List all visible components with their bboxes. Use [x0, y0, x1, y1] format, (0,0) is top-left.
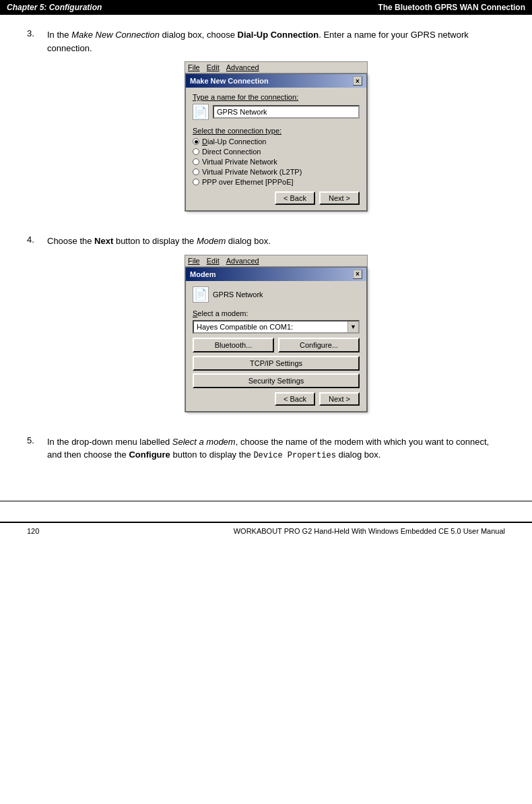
dialog-title: Make New Connection [190, 77, 269, 85]
security-settings-row: Security Settings [193, 373, 360, 388]
step-3: 3. In the Make New Connection dialog box… [27, 28, 505, 222]
step-3-dialog-name: Make New Connection [71, 30, 160, 40]
radio-pppoe-circle [193, 179, 199, 185]
chapter-title: Chapter 5: Configuration [7, 3, 102, 12]
connection-name-input[interactable] [213, 105, 360, 119]
modem-dialog: Modem × 📄 GPRS Network Select a modem: [185, 267, 367, 412]
step3-btn-row: < Back Next > [193, 191, 360, 205]
radio-vpnl2tp-circle [193, 168, 199, 175]
step-3-dialog-container: File Edit Advanced Make New Connection × [47, 61, 505, 212]
step-5-select-modem: Select a modem [172, 437, 236, 447]
step-4-dialog-container: File Edit Advanced Modem × [47, 255, 505, 412]
step4-btn-row: < Back Next > [193, 392, 360, 406]
modem-network-icon: 📄 [193, 286, 209, 303]
modem-dialog-title: Modem [190, 270, 216, 278]
footer-divider [0, 501, 532, 501]
step-3-menubar: File Edit Advanced [185, 62, 367, 73]
step-4-dialog-wrapper: File Edit Advanced Modem × [185, 255, 368, 412]
radio-vpn[interactable]: Virtual Private Network [193, 158, 360, 166]
connection-icon: 📄 [193, 104, 209, 120]
radio-dialup-label: Dial-Up Connection [202, 137, 266, 146]
footer-manual-title: WORKABOUT PRO G2 Hand-Held With Windows … [234, 527, 505, 535]
modem-dropdown-value: Hayes Compatible on COM1: [194, 323, 347, 331]
modem-network-row: 📄 GPRS Network [193, 286, 360, 303]
step-4-number: 4. [27, 235, 47, 423]
step-4-menubar: File Edit Advanced [185, 255, 367, 267]
radio-vpn-label: Virtual Private Network [202, 158, 277, 166]
bluetooth-button[interactable]: Bluetooth... [193, 338, 274, 352]
tcp-settings-row: TCP/IP Settings [193, 356, 360, 371]
step-4: 4. Choose the Next button to display the… [27, 235, 505, 423]
step-4-text: Choose the Next button to display the Mo… [47, 235, 505, 248]
modem-dialog-titlebar: Modem × [186, 268, 366, 281]
menu-file[interactable]: File [188, 63, 200, 71]
step-5-number: 5. [27, 435, 47, 469]
radio-dialup-circle [193, 138, 199, 145]
step-4-next-label: Next [94, 236, 113, 246]
radio-vpn-l2tp[interactable]: Virtual Private Network (L2TP) [193, 168, 360, 176]
step-3-number: 3. [27, 28, 47, 222]
radio-vpnl2tp-label: Virtual Private Network (L2TP) [202, 168, 302, 176]
page-header: Chapter 5: Configuration The Bluetooth G… [0, 0, 532, 15]
connection-name-row: 📄 [193, 104, 360, 120]
footer-page-number: 120 [27, 527, 39, 535]
step-5-device-properties: Device Properties [253, 451, 335, 460]
back-button-2[interactable]: < Back [275, 392, 315, 406]
page-footer: 120 WORKABOUT PRO G2 Hand-Held With Wind… [0, 522, 532, 539]
step-3-outer-window: File Edit Advanced Make New Connection × [185, 61, 368, 212]
menu-edit[interactable]: Edit [207, 63, 220, 71]
radio-pppoe[interactable]: PPP over Ethernet [PPPoE] [193, 178, 360, 186]
tcp-settings-button[interactable]: TCP/IP Settings [193, 356, 360, 371]
bluetooth-configure-row: Bluetooth... Configure... [193, 338, 360, 352]
select-modem-label: Select a modem: [193, 309, 360, 317]
menu2-advanced[interactable]: Advanced [226, 257, 259, 265]
main-content: 3. In the Make New Connection dialog box… [0, 15, 532, 501]
radio-direct-label: Direct Connection [202, 148, 261, 156]
security-settings-button[interactable]: Security Settings [193, 373, 360, 388]
dialog-titlebar: Make New Connection × [186, 74, 366, 88]
step-3-body: In the Make New Connection dialog box, c… [47, 28, 505, 222]
menu2-edit[interactable]: Edit [207, 257, 220, 265]
next-button-2[interactable]: Next > [319, 392, 360, 406]
step-3-text: In the Make New Connection dialog box, c… [47, 28, 505, 55]
modem-dropdown-arrow[interactable]: ▼ [347, 321, 358, 332]
step-4-modem-label: Modem [197, 236, 226, 246]
dialog-close-btn[interactable]: × [353, 76, 362, 86]
modem-dialog-close-btn[interactable]: × [353, 270, 362, 279]
step-5-configure-label: Configure [129, 450, 170, 460]
menu-advanced[interactable]: Advanced [226, 63, 259, 71]
step-5-body: In the drop-down menu labelled Select a … [47, 435, 505, 469]
radio-direct[interactable]: Direct Connection [193, 148, 360, 156]
dialog-body: Type a name for the connection: 📄 Select… [186, 88, 366, 210]
step-5: 5. In the drop-down menu labelled Select… [27, 435, 505, 469]
step-4-body: Choose the Next button to display the Mo… [47, 235, 505, 423]
connection-type-label: Select the connection type: [193, 127, 360, 135]
radio-vpn-circle [193, 158, 199, 165]
step-4-outer-window: File Edit Advanced Modem × [185, 255, 368, 412]
section-title: The Bluetooth GPRS WAN Connection [378, 3, 525, 12]
radio-dialup[interactable]: Dial-Up Connection [193, 137, 360, 146]
next-button-1[interactable]: Next > [319, 191, 360, 205]
connection-type-group: Dial-Up Connection Direct Connection Vir… [193, 137, 360, 186]
modem-network-name: GPRS Network [213, 290, 263, 299]
step-3-choice: Dial-Up Connection [238, 30, 319, 40]
modem-dialog-body: 📄 GPRS Network Select a modem: Hayes Com… [186, 281, 366, 411]
make-new-connection-dialog: Make New Connection × Type a name for th… [185, 73, 367, 211]
configure-button[interactable]: Configure... [278, 338, 360, 352]
connection-name-label: Type a name for the connection: [193, 93, 360, 101]
step-5-text: In the drop-down menu labelled Select a … [47, 435, 505, 462]
menu2-file[interactable]: File [188, 257, 200, 265]
radio-direct-circle [193, 148, 199, 155]
step-3-dialog-wrapper: File Edit Advanced Make New Connection × [185, 61, 368, 212]
back-button-1[interactable]: < Back [275, 191, 315, 205]
radio-pppoe-label: PPP over Ethernet [PPPoE] [202, 178, 294, 186]
modem-dropdown[interactable]: Hayes Compatible on COM1: ▼ [193, 320, 360, 334]
